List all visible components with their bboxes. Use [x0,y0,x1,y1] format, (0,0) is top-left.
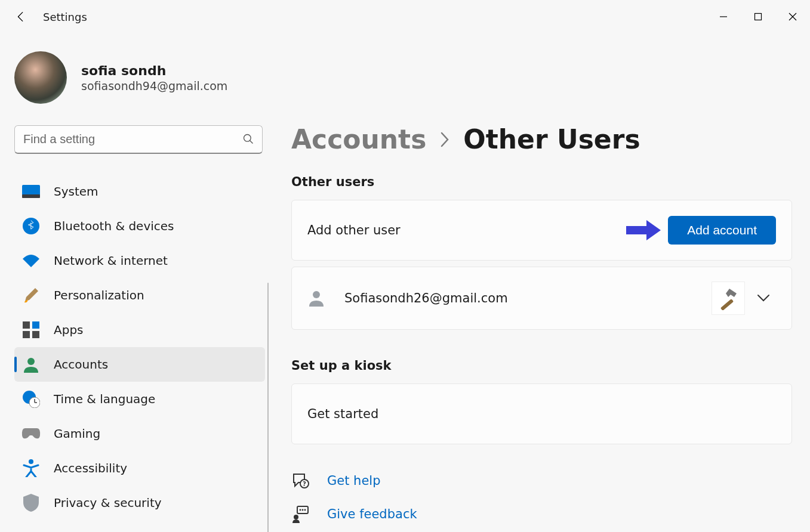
sidebar-item-accounts[interactable]: Accounts [14,347,265,382]
section-heading-kiosk: Set up a kiosk [291,358,792,373]
sidebar-item-privacy[interactable]: Privacy & security [14,485,265,520]
profile-text: sofia sondh sofiasondh94@gmail.com [81,63,227,92]
sidebar-item-label: System [54,184,98,199]
user-app-icon [712,282,745,315]
app-title: Settings [43,11,87,23]
svg-point-28 [294,515,298,519]
get-help-link[interactable]: Get help [327,474,381,488]
gamepad-icon [21,424,41,443]
svg-rect-10 [32,321,39,329]
search-wrap [14,125,263,154]
system-icon [21,182,41,201]
sidebar-item-label: Bluetooth & devices [54,219,174,233]
paintbrush-icon [21,286,41,305]
shield-icon [21,493,41,512]
section-heading-other-users: Other users [291,175,792,189]
help-icon: ? [291,472,309,490]
svg-point-26 [302,509,304,511]
breadcrumb-current: Other Users [463,124,640,154]
svg-point-25 [300,509,301,511]
person-icon [21,355,41,374]
accessibility-icon [21,459,41,478]
avatar [14,51,67,104]
sidebar-item-label: Gaming [54,426,100,441]
sidebar-item-label: Network & internet [54,253,168,268]
breadcrumb-parent[interactable]: Accounts [291,124,426,154]
sidebar-item-accessibility[interactable]: Accessibility [14,451,265,485]
maximize-button[interactable] [741,4,775,30]
give-feedback-link[interactable]: Give feedback [327,507,417,521]
nav: System Bluetooth & devices Network & int… [14,174,265,520]
sidebar-scrollbar[interactable] [267,283,269,532]
get-help-row[interactable]: ? Get help [291,472,792,490]
svg-rect-1 [755,14,762,20]
svg-point-4 [244,135,251,142]
svg-point-27 [304,509,306,511]
profile-name: sofia sondh [81,63,227,78]
arrow-callout-icon [626,220,661,240]
bluetooth-icon [21,216,41,236]
get-started-label: Get started [307,407,378,421]
sidebar-item-system[interactable]: System [14,174,265,209]
existing-user-email: Sofiasondh26@gmail.com [344,291,508,305]
chevron-right-icon [439,132,450,147]
help-links: ? Get help Give feedback [291,472,792,523]
clock-globe-icon [21,389,41,409]
back-button[interactable] [14,10,27,23]
add-other-user-card: Add other user Add account [291,200,792,261]
sidebar: System Bluetooth & devices Network & int… [0,104,269,532]
breadcrumb: Accounts Other Users [291,124,792,154]
sidebar-item-label: Apps [54,323,84,337]
add-other-user-label: Add other user [307,223,401,237]
existing-user-card[interactable]: Sofiasondh26@gmail.com [291,267,792,330]
svg-rect-9 [23,321,30,329]
wifi-icon [21,251,41,270]
chevron-down-icon[interactable] [751,294,776,302]
feedback-icon [291,505,309,523]
add-account-button[interactable]: Add account [668,216,776,245]
svg-rect-7 [22,194,40,198]
sidebar-item-time-language[interactable]: Time & language [14,382,265,416]
svg-rect-19 [626,226,648,234]
sidebar-item-label: Privacy & security [54,496,162,510]
sidebar-item-network[interactable]: Network & internet [14,243,265,278]
search-input[interactable] [14,125,263,154]
profile-block[interactable]: sofia sondh sofiasondh94@gmail.com [0,33,810,104]
close-button[interactable] [775,4,810,30]
svg-point-18 [29,459,33,464]
profile-email: sofiasondh94@gmail.com [81,79,227,92]
sidebar-item-apps[interactable]: Apps [14,313,265,347]
svg-rect-11 [23,331,30,338]
sidebar-item-personalization[interactable]: Personalization [14,278,265,313]
svg-line-5 [250,141,253,144]
svg-text:?: ? [303,481,306,487]
main-content: Accounts Other Users Other users Add oth… [269,104,810,532]
sidebar-item-label: Time & language [54,392,155,406]
sidebar-item-label: Personalization [54,288,144,302]
window-controls [706,4,810,30]
svg-point-13 [27,358,35,365]
person-outline-icon [307,289,327,308]
svg-point-20 [313,291,320,298]
apps-icon [21,320,41,339]
kiosk-card[interactable]: Get started [291,383,792,444]
svg-rect-21 [720,299,734,310]
search-icon [242,133,254,145]
sidebar-item-label: Accounts [54,357,108,372]
sidebar-item-bluetooth[interactable]: Bluetooth & devices [14,209,265,243]
minimize-button[interactable] [706,4,741,30]
svg-rect-12 [32,331,39,338]
sidebar-item-gaming[interactable]: Gaming [14,416,265,451]
give-feedback-row[interactable]: Give feedback [291,505,792,523]
titlebar: Settings [0,0,810,33]
sidebar-item-label: Accessibility [54,461,127,475]
